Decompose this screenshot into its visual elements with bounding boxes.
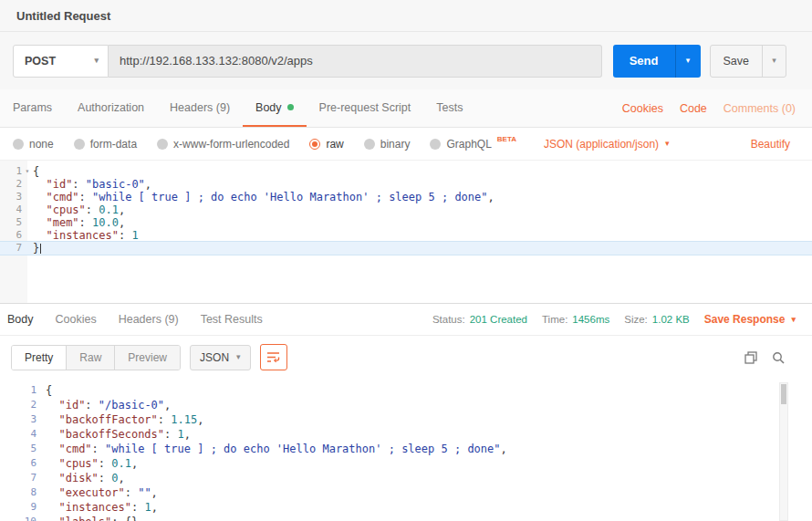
body-type-raw[interactable]: raw bbox=[309, 138, 343, 151]
response-tab-test-results[interactable]: Test Results bbox=[201, 313, 263, 326]
tab-body[interactable]: Body bbox=[243, 89, 307, 127]
content-type-dropdown[interactable]: JSON (application/json) ▾ bbox=[544, 138, 670, 151]
line-number: 6 bbox=[0, 229, 22, 242]
method-value: POST bbox=[25, 55, 56, 68]
scrollbar-thumb[interactable] bbox=[781, 384, 786, 404]
send-label: Send bbox=[613, 45, 675, 78]
response-body-viewer[interactable]: 1{2 "id": "/basic-0",3 "backoffFactor": … bbox=[0, 379, 812, 521]
request-tabs-row: ParamsAuthorizationHeaders (9)BodyPre-re… bbox=[0, 89, 812, 128]
code-text: "id": "/basic-0", bbox=[46, 398, 171, 412]
response-header: BodyCookiesHeaders (9)Test Results Statu… bbox=[0, 303, 812, 336]
fold-arrow-icon[interactable]: ▾ bbox=[22, 165, 33, 178]
beautify-link[interactable]: Beautify bbox=[751, 138, 790, 151]
chevron-down-icon: ▾ bbox=[791, 316, 796, 324]
radio-label: none bbox=[29, 138, 54, 151]
line-number: 10 bbox=[0, 515, 36, 521]
code-line: 3 "backoffFactor": 1.15, bbox=[0, 412, 812, 427]
chevron-down-icon: ▾ bbox=[772, 57, 776, 65]
chevron-down-icon: ▾ bbox=[665, 140, 670, 148]
code-text: "labels": {}, bbox=[46, 515, 144, 521]
body-type-x-www-form-urlencoded[interactable]: x-www-form-urlencoded bbox=[157, 138, 289, 151]
tab-params[interactable]: Params bbox=[0, 89, 65, 127]
url-value: http://192.168.133.132:8080/v2/apps bbox=[120, 54, 313, 68]
code-line: 4 "cpus": 0.1, bbox=[0, 203, 812, 216]
tab-headers-9[interactable]: Headers (9) bbox=[157, 89, 243, 127]
radio-label: form-data bbox=[90, 138, 137, 151]
radio-icon bbox=[74, 139, 85, 150]
code-text: "cpus": 0.1, bbox=[33, 203, 125, 216]
chevron-down-icon: ▾ bbox=[236, 353, 241, 361]
radio-label: x-www-form-urlencoded bbox=[173, 138, 289, 151]
radio-icon bbox=[157, 139, 168, 150]
code-text: } bbox=[33, 242, 41, 255]
code-line: 4 "backoffSeconds": 1, bbox=[0, 427, 812, 442]
wrap-text-button[interactable] bbox=[260, 344, 287, 370]
save-button[interactable]: Save ▾ bbox=[710, 45, 787, 78]
method-dropdown[interactable]: POST ▾ bbox=[13, 45, 109, 78]
copy-button[interactable] bbox=[744, 351, 757, 364]
code-text: "instances": 1 bbox=[33, 229, 139, 242]
code-text: "id": "basic-0", bbox=[33, 178, 151, 191]
request-body-lines: 1▾{2 "id": "basic-0",3 "cmd": "while [ t… bbox=[0, 165, 812, 255]
code-line: 5 "mem": 10.0, bbox=[0, 216, 812, 229]
line-number: 5 bbox=[0, 216, 22, 229]
send-button[interactable]: Send ▾ bbox=[613, 45, 701, 78]
status-value: 201 Created bbox=[470, 314, 527, 325]
line-number: 3 bbox=[0, 412, 36, 427]
cookies-link[interactable]: Cookies bbox=[622, 102, 663, 115]
radio-icon bbox=[364, 139, 375, 150]
response-tab-body[interactable]: Body bbox=[7, 313, 34, 326]
request-url-bar: POST ▾ http://192.168.133.132:8080/v2/ap… bbox=[0, 32, 812, 89]
line-number: 8 bbox=[0, 485, 36, 500]
response-scrollbar[interactable] bbox=[779, 382, 788, 521]
code-text: "cmd": "while [ true ] ; do echo 'Hello … bbox=[46, 442, 507, 456]
code-line: 7 "disk": 0, bbox=[0, 471, 812, 485]
postman-request-window: Untitled Request POST ▾ http://192.168.1… bbox=[0, 0, 812, 521]
tab-authorization[interactable]: Authorization bbox=[65, 89, 157, 127]
code-text: "instances": 1, bbox=[46, 500, 158, 515]
view-pretty[interactable]: Pretty bbox=[12, 346, 67, 370]
tab-tests[interactable]: Tests bbox=[423, 89, 475, 127]
code-line: 6 "cpus": 0.1, bbox=[0, 456, 812, 471]
response-meta-values: Status: 201 Created Time: 1456ms Size: 1… bbox=[432, 313, 796, 326]
response-tabs: BodyCookiesHeaders (9)Test Results bbox=[7, 313, 263, 326]
title-bar: Untitled Request bbox=[0, 0, 812, 32]
response-tab-headers-9[interactable]: Headers (9) bbox=[119, 313, 179, 326]
body-type-options: noneform-datax-www-form-urlencodedrawbin… bbox=[13, 138, 516, 151]
code-text: { bbox=[46, 383, 52, 398]
radio-label: raw bbox=[326, 138, 343, 151]
save-options-button[interactable]: ▾ bbox=[762, 46, 786, 77]
save-response-label: Save Response bbox=[704, 313, 786, 326]
line-number: 6 bbox=[0, 456, 36, 471]
body-type-binary[interactable]: binary bbox=[364, 138, 411, 151]
copy-icon bbox=[744, 351, 757, 364]
code-line: 5 "cmd": "while [ true ] ; do echo 'Hell… bbox=[0, 442, 812, 456]
comments-0-link[interactable]: Comments (0) bbox=[724, 102, 796, 115]
view-raw[interactable]: Raw bbox=[67, 346, 115, 370]
send-options-button[interactable]: ▾ bbox=[675, 45, 701, 78]
body-type-none[interactable]: none bbox=[13, 138, 54, 151]
line-number: 1 bbox=[0, 165, 22, 178]
view-preview[interactable]: Preview bbox=[115, 346, 180, 370]
save-response-button[interactable]: Save Response ▾ bbox=[704, 313, 796, 326]
line-number: 1 bbox=[0, 383, 36, 398]
tab-pre-request-script[interactable]: Pre-request Script bbox=[307, 89, 424, 127]
search-icon bbox=[772, 351, 785, 364]
radio-icon bbox=[309, 139, 320, 150]
url-input[interactable]: http://192.168.133.132:8080/v2/apps bbox=[109, 45, 602, 78]
beta-badge: BETA bbox=[497, 135, 516, 143]
request-body-editor[interactable]: 1▾{2 "id": "basic-0",3 "cmd": "while [ t… bbox=[0, 161, 812, 303]
code-line: 6 "instances": 1 bbox=[0, 229, 812, 242]
tab-label: Params bbox=[13, 101, 52, 114]
tab-label: Pre-request Script bbox=[319, 101, 411, 114]
body-type-graphql[interactable]: GraphQLBETA bbox=[430, 138, 516, 151]
wrap-text-icon bbox=[266, 351, 280, 363]
response-tab-cookies[interactable]: Cookies bbox=[56, 313, 97, 326]
search-button[interactable] bbox=[772, 351, 785, 364]
body-type-form-data[interactable]: form-data bbox=[74, 138, 137, 151]
line-number: 2 bbox=[0, 398, 36, 412]
view-switcher: PrettyRawPreview bbox=[11, 345, 181, 370]
code-link[interactable]: Code bbox=[680, 102, 707, 115]
format-dropdown[interactable]: JSON ▾ bbox=[190, 345, 251, 370]
code-text: "executor": "", bbox=[46, 485, 158, 500]
